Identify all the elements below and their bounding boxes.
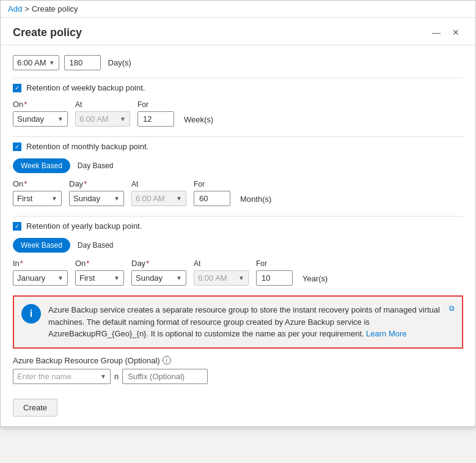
weekly-unit-label: Week(s) (184, 115, 213, 124)
yearly-field-row: In* January ▼ On* First ▼ Day* (13, 259, 463, 286)
title-bar: Create policy — ✕ (1, 18, 475, 45)
chevron-down-icon: ▼ (51, 195, 57, 202)
resource-group-name-input[interactable]: Enter the name ▼ (13, 369, 111, 384)
yearly-in-label: In* (13, 259, 68, 268)
minimize-button[interactable]: — (429, 25, 444, 40)
weekly-for-input[interactable] (137, 111, 174, 127)
chevron-down-icon: ▼ (176, 275, 182, 281)
yearly-on-label: On* (75, 259, 124, 268)
footer: Create (13, 394, 463, 417)
resource-group-info-icon[interactable]: i (163, 356, 171, 365)
monthly-on-select[interactable]: First ▼ (13, 191, 62, 206)
yearly-on-select[interactable]: First ▼ (75, 270, 124, 286)
yearly-day-label: Day* (131, 259, 186, 268)
monthly-for-input[interactable] (194, 191, 230, 206)
weekly-retention-group: ✓ Retention of weekly backup point. On* … (13, 83, 463, 127)
monthly-at-label: At (131, 180, 186, 188)
monthly-unit-label: Month(s) (240, 194, 271, 204)
monthly-checkbox[interactable]: ✓ (13, 143, 21, 151)
chevron-down-icon: ▼ (49, 59, 55, 66)
yearly-for-group: For (256, 259, 293, 286)
breadcrumb-current: Create policy (32, 4, 78, 13)
monthly-checkbox-row: ✓ Retention of monthly backup point. (13, 142, 463, 151)
yearly-checkbox-row: ✓ Retention of yearly backup point. (13, 221, 463, 231)
resource-group-title-row: Azure Backup Resource Group (Optional) i (13, 356, 463, 365)
weekly-on-select[interactable]: Sunday ▼ (13, 111, 68, 127)
weekly-at-select[interactable]: 6:00 AM ▼ (75, 111, 130, 127)
title-bar-actions: — ✕ (429, 25, 463, 40)
yearly-at-select[interactable]: 6:00 AM ▼ (194, 270, 249, 286)
yearly-day-select[interactable]: Sunday ▼ (131, 270, 186, 286)
weekly-on-group: On* Sunday ▼ (13, 100, 68, 127)
weekly-checkbox-row: ✓ Retention of weekly backup point. (13, 83, 463, 92)
yearly-on-group: On* First ▼ (75, 259, 124, 286)
chevron-down-icon: ▼ (114, 275, 120, 281)
chevron-down-icon: ▼ (120, 116, 126, 122)
chevron-down-icon: ▼ (176, 195, 182, 202)
resource-group-suffix-input[interactable] (122, 369, 208, 384)
weekly-for-group: For (137, 100, 174, 127)
monthly-for-group: For (194, 180, 230, 206)
monthly-for-label: For (194, 180, 230, 188)
weekly-field-row: On* Sunday ▼ At 6:00 AM ▼ For (13, 100, 463, 127)
monthly-week-based-button[interactable]: Week Based (13, 158, 70, 173)
external-link-icon[interactable]: ⧉ (449, 304, 455, 313)
weekly-checkbox[interactable]: ✓ (13, 84, 21, 92)
weekly-at-group: At 6:00 AM ▼ (75, 100, 130, 127)
monthly-day-based-button[interactable]: Day Based (70, 158, 121, 173)
breadcrumb-sep: > (24, 4, 29, 13)
days-label-top: Day(s) (108, 58, 131, 67)
yearly-toggle-group: Week Based Day Based (13, 238, 463, 253)
resource-group-label: Azure Backup Resource Group (Optional) (13, 356, 160, 365)
yearly-at-group: At 6:00 AM ▼ (194, 259, 249, 286)
yearly-label: Retention of yearly backup point. (26, 221, 142, 231)
time-select-top[interactable]: 6:00 AM ▼ (13, 55, 59, 70)
monthly-at-group: At 6:00 AM ▼ (131, 180, 186, 206)
info-box: i Azure Backup service creates a separat… (13, 295, 463, 349)
yearly-for-label: For (256, 259, 293, 268)
top-row: 6:00 AM ▼ Day(s) (13, 55, 463, 70)
close-button[interactable]: ✕ (449, 25, 463, 40)
page-title: Create policy (13, 26, 82, 39)
days-input-top[interactable] (64, 55, 101, 70)
yearly-unit-label: Year(s) (302, 274, 328, 283)
monthly-toggle-group: Week Based Day Based (13, 158, 463, 173)
monthly-on-group: On* First ▼ (13, 179, 62, 206)
chevron-down-icon: ▼ (57, 116, 64, 122)
monthly-field-row: On* First ▼ Day* Sunday ▼ At (13, 179, 463, 206)
yearly-in-group: In* January ▼ (13, 259, 68, 286)
create-button[interactable]: Create (13, 399, 57, 417)
weekly-on-label: On* (13, 100, 68, 109)
yearly-day-group: Day* Sunday ▼ (131, 259, 186, 286)
info-text: Azure Backup service creates a separate … (48, 304, 442, 340)
monthly-at-select[interactable]: 6:00 AM ▼ (131, 191, 186, 206)
monthly-day-group: Day* Sunday ▼ (69, 179, 124, 206)
monthly-label: Retention of monthly backup point. (26, 142, 148, 151)
yearly-retention-group: ✓ Retention of yearly backup point. Week… (13, 221, 463, 286)
learn-more-link[interactable]: Learn More (366, 329, 406, 338)
chevron-down-icon: ▼ (114, 195, 120, 202)
breadcrumb: Add > Create policy (1, 1, 475, 18)
content-area: 6:00 AM ▼ Day(s) ✓ Retention of weekly b… (1, 45, 475, 426)
chevron-down-icon: ▼ (100, 373, 106, 380)
resource-group-section: Azure Backup Resource Group (Optional) i… (13, 356, 463, 384)
create-policy-window: Add > Create policy Create policy — ✕ 6:… (0, 0, 476, 427)
yearly-day-based-button[interactable]: Day Based (70, 238, 121, 253)
breadcrumb-add[interactable]: Add (8, 4, 22, 13)
yearly-at-label: At (194, 259, 249, 268)
chevron-down-icon: ▼ (238, 275, 244, 281)
chevron-down-icon: ▼ (57, 275, 64, 281)
monthly-on-label: On* (13, 179, 62, 188)
yearly-checkbox[interactable]: ✓ (13, 222, 21, 231)
yearly-for-input[interactable] (256, 270, 293, 286)
info-icon: i (21, 304, 41, 324)
yearly-week-based-button[interactable]: Week Based (13, 238, 70, 253)
monthly-day-select[interactable]: Sunday ▼ (69, 191, 124, 206)
monthly-day-label: Day* (69, 179, 124, 188)
weekly-at-label: At (75, 100, 130, 109)
weekly-for-label: For (137, 100, 174, 109)
resource-group-input-row: Enter the name ▼ n (13, 369, 463, 384)
resource-group-sep: n (114, 372, 119, 381)
weekly-label: Retention of weekly backup point. (26, 83, 145, 92)
yearly-in-select[interactable]: January ▼ (13, 270, 68, 286)
